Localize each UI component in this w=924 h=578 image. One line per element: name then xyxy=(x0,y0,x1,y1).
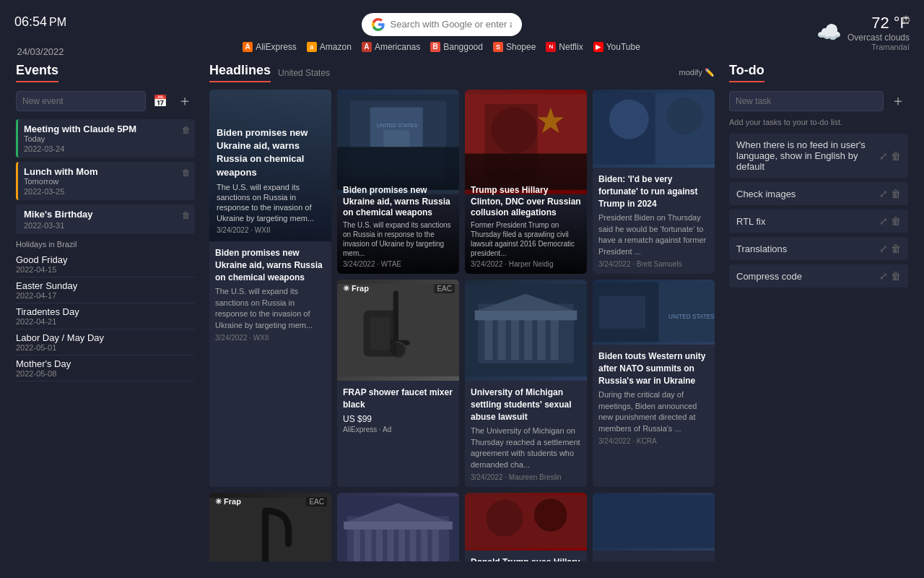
svg-rect-55 xyxy=(432,526,439,561)
add-task-button[interactable]: ＋ xyxy=(888,90,908,112)
settings-icon[interactable]: ⚙ xyxy=(901,13,911,27)
task-expand-icon[interactable]: ⤢ xyxy=(879,150,888,162)
svg-rect-48 xyxy=(354,526,360,561)
task-delete-icon[interactable]: 🗑 xyxy=(891,150,901,162)
svg-rect-54 xyxy=(421,526,427,561)
news-headline: FRAP shower faucet mixer black xyxy=(343,387,453,411)
news-card-biden-ukraine-large[interactable]: Biden promises new Ukraine aid, warns Ru… xyxy=(209,90,331,487)
event-title: Meeting with Claude 5PM xyxy=(24,124,189,134)
svg-point-18 xyxy=(609,100,649,139)
svg-rect-56 xyxy=(344,522,453,530)
clock-date: 24/03/2022 xyxy=(14,46,66,57)
bookmark-netflix[interactable]: N Netflix xyxy=(546,42,583,52)
news-card-trump-hillary2[interactable]: Donald Trump sues Hillary Clinton, other… xyxy=(465,493,587,561)
task-expand-icon[interactable]: ⤢ xyxy=(879,243,888,254)
news-excerpt: President Biden on Thursday said he woul… xyxy=(598,212,709,257)
bookmark-americanas[interactable]: A Americanas xyxy=(362,42,420,52)
task-expand-icon[interactable]: ⤢ xyxy=(879,215,888,227)
task-item-translations[interactable]: Translations ⤢ 🗑 xyxy=(729,237,908,260)
add-event-button[interactable]: ＋ xyxy=(175,90,195,112)
delete-event-icon[interactable]: 🗑 xyxy=(182,210,191,220)
task-expand-icon[interactable]: ⤢ xyxy=(879,270,888,282)
clock-time: 06:54PM xyxy=(14,7,66,45)
clock-ampm: PM xyxy=(49,16,66,28)
bookmark-aliexpress[interactable]: A AliExpress xyxy=(243,42,297,52)
task-label: RTL fix xyxy=(736,216,873,227)
headlines-title: Headlines xyxy=(209,63,271,82)
svg-rect-51 xyxy=(387,526,393,561)
task-actions: ⤢ 🗑 xyxy=(879,243,901,254)
news-card-biden-fortunate[interactable]: Biden: 'I'd be very fortunate' to run ag… xyxy=(593,90,715,274)
news-headline: Biden promises new Ukraine aid, warns Ru… xyxy=(215,247,326,283)
new-task-input[interactable] xyxy=(729,91,884,111)
news-excerpt: The U.S. will expand its sanctions on Ru… xyxy=(215,286,326,331)
news-card-biden-nato[interactable]: UNITED STATES Biden touts Western unity … xyxy=(593,280,715,487)
new-event-input[interactable] xyxy=(16,91,146,111)
clock-time-value: 06:54 xyxy=(14,14,47,29)
task-item-rtl-fix[interactable]: RTL fix ⤢ 🗑 xyxy=(729,210,908,233)
svg-rect-50 xyxy=(376,526,383,561)
headlines-region: United States xyxy=(278,68,330,78)
bookmark-youtube[interactable]: ▶ YouTube xyxy=(593,42,640,52)
svg-rect-61 xyxy=(593,495,715,548)
task-delete-icon[interactable]: 🗑 xyxy=(891,188,901,199)
task-actions: ⤢ 🗑 xyxy=(879,150,901,162)
bookmark-banggood[interactable]: B Banggood xyxy=(430,42,483,52)
bookmark-amazon[interactable]: a Amazon xyxy=(307,42,352,52)
youtube-label: YouTube xyxy=(606,42,640,52)
news-card-trump-hillary[interactable]: Trump sues Hillary Clinton, DNC over Rus… xyxy=(465,90,587,274)
event-item-birthday[interactable]: Mike's Birthday 2022-03-31 🗑 xyxy=(16,204,195,234)
task-item-lang-feed[interactable]: When there is no feed in user's language… xyxy=(729,134,908,178)
task-delete-icon[interactable]: 🗑 xyxy=(891,215,901,227)
search-bar[interactable] xyxy=(362,13,522,36)
cloud-icon: ☁️ xyxy=(816,20,842,44)
holiday-mothersday: Mother's Day 2022-05-08 xyxy=(16,355,195,381)
svg-rect-58 xyxy=(465,495,587,548)
weather-block: ☁️ 72 °F Overcast clouds Tramandaí xyxy=(816,14,910,51)
news-meta: 3/24/2022 · Maureen Breslin xyxy=(471,473,581,481)
event-item-lunch[interactable]: Lunch with Mom Tomorrow 2022-03-25 🗑 xyxy=(16,162,195,200)
americanas-label: Americanas xyxy=(375,42,420,52)
shopee-label: Shopee xyxy=(506,42,536,52)
svg-rect-34 xyxy=(475,311,578,321)
delete-event-icon[interactable]: 🗑 xyxy=(182,125,191,135)
task-actions: ⤢ 🗑 xyxy=(879,270,901,282)
svg-rect-28 xyxy=(484,317,492,360)
weather-description: Overcast clouds xyxy=(847,33,910,43)
news-card-michigan[interactable]: University of Michigan settling students… xyxy=(465,280,587,487)
news-card-placeholder[interactable] xyxy=(593,493,715,561)
search-input[interactable] xyxy=(391,19,512,30)
new-event-row: 📅 ＋ xyxy=(16,90,195,112)
modify-button[interactable]: modify ✏️ xyxy=(679,68,715,77)
task-delete-icon[interactable]: 🗑 xyxy=(891,243,901,254)
svg-text:UNITED STATES: UNITED STATES xyxy=(377,122,418,129)
task-expand-icon[interactable]: ⤢ xyxy=(879,188,888,199)
event-item-meeting[interactable]: Meeting with Claude 5PM Today 2022-03-24… xyxy=(16,119,195,158)
event-title: Mike's Birthday xyxy=(24,209,189,220)
todo-hint: Add your tasks to your to-do list. xyxy=(729,118,908,126)
task-label: Translations xyxy=(736,243,873,254)
bookmark-shopee[interactable]: S Shopee xyxy=(493,42,536,52)
news-card-frap-shower[interactable]: ✳ Frap EAC FRAP shower faucet mix xyxy=(337,280,459,487)
svg-rect-49 xyxy=(365,526,371,561)
new-task-row: ＋ xyxy=(729,90,908,112)
task-item-check-images[interactable]: Check images ⤢ 🗑 xyxy=(729,182,908,205)
task-label: When there is no feed in user's language… xyxy=(736,139,873,172)
aliexpress-label: AliExpress xyxy=(256,42,297,52)
svg-rect-33 xyxy=(551,317,559,360)
news-card-supreme-court[interactable]: Supreme Court backs prisoner who sought … xyxy=(337,493,459,561)
events-panel: Events 📅 ＋ Meeting with Claude 5PM Today… xyxy=(9,63,202,561)
calendar-icon-btn[interactable]: 📅 xyxy=(150,92,170,109)
amazon-label: Amazon xyxy=(320,42,352,52)
news-headline: Biden: 'I'd be very fortunate' to run ag… xyxy=(598,173,709,210)
weather-location: Tramandaí xyxy=(847,43,910,51)
news-card-biden-ukraine-overlay[interactable]: UNITED STATES Biden promises new Ukraine… xyxy=(337,90,459,274)
bookmarks-bar: A AliExpress a Amazon A Americanas B Ban… xyxy=(243,42,640,52)
task-actions: ⤢ 🗑 xyxy=(879,188,901,199)
delete-event-icon[interactable]: 🗑 xyxy=(182,168,191,178)
task-delete-icon[interactable]: 🗑 xyxy=(891,270,901,282)
news-card-frap-kitchen[interactable]: ✳ Frap EAC FRAP kitchen faucet wi xyxy=(209,493,331,561)
event-title: Lunch with Mom xyxy=(24,166,189,177)
task-item-compress-code[interactable]: Compress code ⤢ 🗑 xyxy=(729,264,908,288)
news-meta: 3/24/2022 · WXII xyxy=(215,334,326,342)
